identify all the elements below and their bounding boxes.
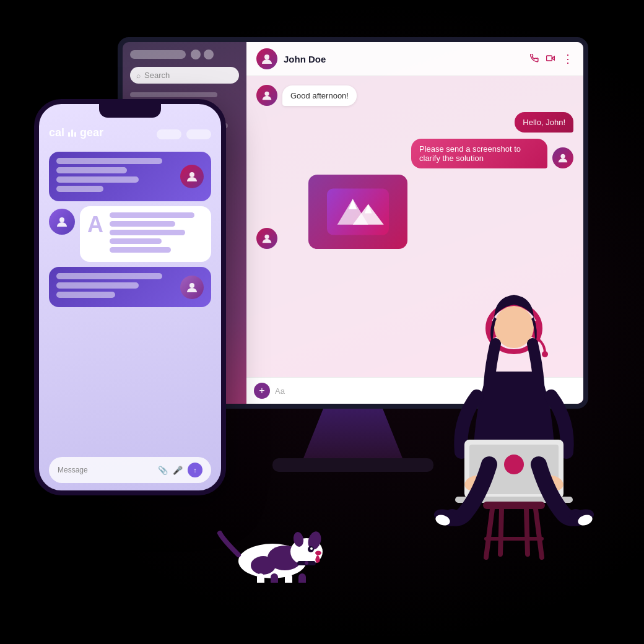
phone-logo: cal gear — [49, 126, 103, 139]
phone-card-1[interactable] — [49, 152, 211, 201]
message-row-2: Hello, John! — [256, 112, 573, 133]
logo-text-2: gear — [80, 126, 103, 139]
phone-icon[interactable] — [530, 54, 539, 64]
phone: cal gear — [34, 99, 226, 495]
phone-avatar-float — [49, 209, 75, 235]
contact-name: John Doe — [284, 54, 524, 64]
phone-body: cal gear — [34, 99, 226, 495]
message-bubble-3: Please send a screenshot to clarify the … — [411, 139, 547, 168]
paperclip-icon[interactable]: 📎 — [158, 466, 168, 475]
white-bar — [110, 238, 162, 244]
video-icon[interactable] — [546, 54, 555, 64]
chat-header: John Doe — [246, 42, 583, 76]
svg-point-37 — [251, 556, 276, 575]
svg-rect-46 — [285, 573, 292, 583]
card-bar — [56, 292, 115, 298]
phone-message-placeholder: Message — [58, 466, 153, 474]
msg-avatar-1 — [256, 85, 277, 106]
monitor-stand — [303, 409, 402, 458]
microphone-icon[interactable]: 🎤 — [173, 466, 183, 475]
contact-avatar — [256, 48, 277, 69]
svg-point-21 — [504, 455, 524, 474]
search-bar[interactable]: ⌕ Search — [130, 67, 239, 84]
svg-point-17 — [542, 351, 548, 357]
msg-avatar-4 — [256, 228, 277, 249]
card-bar — [56, 158, 162, 164]
message-row-4 — [256, 175, 573, 249]
bar-1 — [68, 132, 70, 137]
phone-msg-icons: 📎 🎤 ↑ — [158, 463, 202, 477]
phone-card-content-1 — [56, 158, 174, 195]
bar-2 — [71, 129, 73, 137]
message-image — [308, 175, 407, 249]
svg-rect-44 — [257, 573, 264, 583]
svg-point-42 — [310, 547, 313, 550]
msg-avatar-3 — [552, 147, 573, 168]
white-bar — [110, 212, 194, 218]
sidebar-circle-2 — [204, 50, 214, 59]
svg-point-4 — [560, 154, 565, 159]
svg-point-13 — [189, 283, 194, 288]
message-row-1: Good afternoon! — [256, 85, 573, 106]
bar-3 — [74, 132, 76, 137]
logo-text: cal — [49, 126, 64, 139]
phone-logo-buttons — [157, 129, 211, 139]
search-label: Search — [144, 71, 170, 80]
message-row-3: Please send a screenshot to clarify the … — [256, 139, 573, 168]
sidebar-header — [130, 50, 239, 59]
white-bar — [110, 221, 175, 227]
svg-line-33 — [526, 509, 528, 554]
phone-card-2[interactable] — [49, 267, 211, 307]
phone-message-bar[interactable]: Message 📎 🎤 ↑ — [49, 457, 211, 483]
svg-line-31 — [536, 509, 542, 557]
svg-point-0 — [264, 54, 269, 59]
scene: ⌕ Search — [0, 0, 644, 644]
more-icon[interactable]: ⋮ — [562, 53, 573, 64]
message-bubble-1: Good afternoon! — [282, 85, 357, 106]
svg-rect-47 — [298, 573, 306, 583]
sidebar-bar — [130, 50, 186, 59]
sidebar-circles — [191, 50, 214, 59]
phone-logo-btn-1 — [157, 129, 181, 139]
phone-content: cal gear — [39, 118, 221, 490]
dog-illustration — [211, 521, 334, 585]
phone-avatar-2 — [180, 276, 204, 299]
phone-notch — [99, 104, 161, 118]
svg-point-5 — [264, 235, 269, 239]
svg-line-32 — [500, 509, 502, 554]
white-bar — [110, 230, 185, 235]
sidebar-line — [130, 92, 217, 97]
card-letter-a: A — [87, 214, 103, 236]
card-bar — [56, 273, 162, 279]
logo-signal-bars — [68, 129, 76, 137]
sidebar-circle-1 — [191, 50, 201, 59]
phone-logo-row: cal gear — [49, 123, 211, 146]
card-bar — [56, 176, 139, 183]
phone-card-white-content — [110, 212, 204, 256]
card-bar — [56, 186, 103, 192]
card-bar — [56, 167, 127, 173]
svg-rect-45 — [271, 573, 278, 583]
svg-point-43 — [315, 551, 321, 555]
svg-point-49 — [305, 561, 308, 565]
svg-point-12 — [59, 217, 64, 222]
add-attachment-button[interactable]: + — [254, 383, 270, 399]
phone-card-content-2 — [56, 273, 174, 301]
svg-rect-2 — [547, 55, 552, 60]
phone-avatar-1 — [180, 165, 204, 188]
phone-send-button[interactable]: ↑ — [188, 463, 202, 477]
white-bar — [110, 247, 171, 253]
monitor-base — [272, 458, 433, 472]
search-icon: ⌕ — [136, 71, 141, 80]
message-bubble-2: Hello, John! — [515, 112, 573, 133]
svg-line-30 — [486, 509, 492, 557]
svg-point-3 — [264, 92, 269, 96]
svg-point-11 — [189, 172, 194, 177]
card-bar — [56, 282, 139, 289]
phone-white-card-row: A — [49, 206, 211, 262]
person-illustration — [415, 272, 613, 570]
phone-logo-btn-2 — [186, 129, 211, 139]
chat-header-icons: ⋮ — [530, 53, 573, 64]
phone-card-white[interactable]: A — [80, 206, 211, 262]
